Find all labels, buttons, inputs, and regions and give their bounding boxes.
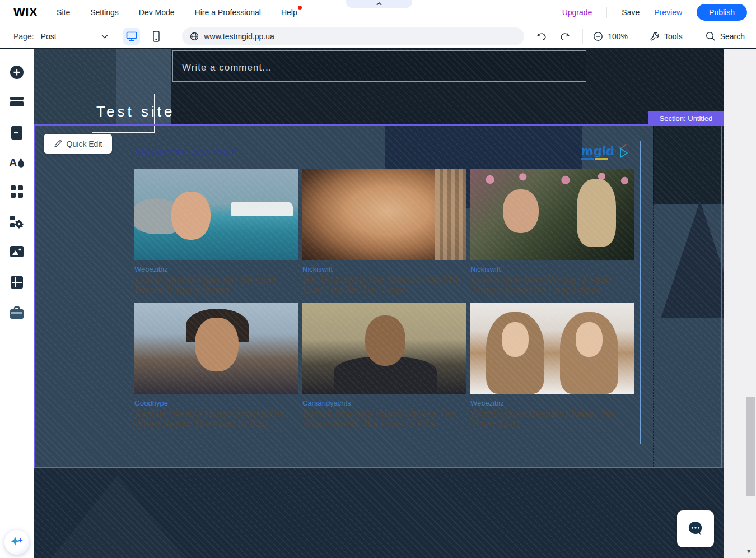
site-url: www.testmgid.pp.ua <box>204 32 274 41</box>
card-title: Did This Iconic Sex Scene Cross The Line… <box>302 275 466 295</box>
card-title: World's Most Beautiful Twins, See Them N… <box>470 409 634 429</box>
device-switch <box>114 28 174 45</box>
site-canvas: Write a comment... Test site PROMOTED CO… <box>34 49 724 558</box>
help-notification-dot <box>298 6 302 10</box>
card-source: Nickiswift <box>470 265 634 273</box>
app-market-button[interactable] <box>10 185 24 198</box>
layout-guide-left <box>105 126 105 467</box>
media-button[interactable] <box>10 245 24 258</box>
editor-toolbar: Page: Post www.testmgid.pp.ua 100% <box>0 25 756 49</box>
pages-menu-button[interactable] <box>10 125 24 140</box>
briefcase-icon <box>10 306 24 319</box>
promoted-card[interactable]: Nickiswift Did This Iconic Sex Scene Cro… <box>302 169 466 295</box>
history-controls <box>524 31 582 41</box>
svg-text:A: A <box>9 156 17 169</box>
mgid-promoted-content-widget[interactable]: PROMOTED CONTENT mgid Webezibiz Last Mom… <box>127 141 641 444</box>
card-image-president <box>302 303 466 394</box>
card-source: Goodhype <box>134 399 298 407</box>
background-patch-right <box>653 126 724 204</box>
background-pyramid-shape <box>50 475 185 558</box>
card-title: Love Scene Gone Wrong: Allison Janney En… <box>470 275 634 295</box>
site-logo-text[interactable]: Test site <box>96 103 175 120</box>
ai-assistant-button[interactable] <box>4 530 29 555</box>
card-source: Webezibiz <box>470 399 634 407</box>
promoted-card[interactable]: Goodhype Kamala Harris's House Shocks Th… <box>134 303 298 429</box>
scroll-down-arrow[interactable]: ▾ <box>747 547 751 555</box>
chat-bubble-icon <box>686 520 705 538</box>
promoted-cards-grid: Webezibiz Last Moments Captured Seconds … <box>134 169 634 429</box>
add-elements-button[interactable] <box>9 64 25 80</box>
image-icon <box>10 245 24 258</box>
page-selector[interactable]: Page: Post <box>13 32 114 41</box>
mgid-check-icon <box>619 143 627 149</box>
pencil-icon <box>54 140 62 148</box>
divider <box>174 29 174 44</box>
menu-dev-mode[interactable]: Dev Mode <box>139 8 175 17</box>
card-image-politician <box>134 303 298 394</box>
publish-button[interactable]: Publish <box>697 4 747 21</box>
mgid-brand-link[interactable]: mgid <box>581 146 630 160</box>
desktop-view-button[interactable] <box>123 28 140 45</box>
save-button[interactable]: Save <box>622 8 640 17</box>
zoom-control[interactable]: 100% <box>583 31 638 41</box>
card-title: Barack Obama's House Shocks The Whole Wo… <box>302 409 466 429</box>
chevron-down-icon <box>101 34 108 39</box>
redo-button[interactable] <box>559 31 570 41</box>
zoom-out-icon <box>593 31 603 41</box>
plus-circle-icon <box>9 64 25 80</box>
monitor-icon <box>126 31 137 41</box>
background-pyramid-shape <box>661 201 724 318</box>
card-image-twins <box>470 303 634 394</box>
card-source: Webezibiz <box>134 265 298 273</box>
redo-icon <box>559 31 570 41</box>
wix-logo[interactable]: WIX <box>13 5 38 20</box>
card-source: Nickiswift <box>302 265 466 273</box>
comment-input[interactable]: Write a comment... <box>172 50 586 82</box>
phone-icon <box>153 31 160 42</box>
card-image-portrait <box>302 169 466 260</box>
chat-widget-button[interactable] <box>677 510 714 547</box>
mgid-logo: mgid <box>581 146 614 157</box>
promoted-content-label: PROMOTED CONTENT <box>135 148 235 157</box>
editor-left-sidebar: A <box>0 49 34 558</box>
page-icon <box>10 125 24 140</box>
caret-up-icon <box>376 2 382 6</box>
divider <box>606 7 607 18</box>
add-apps-button[interactable] <box>10 215 24 230</box>
promoted-card[interactable]: Carsandyachts Barack Obama's House Shock… <box>302 303 466 429</box>
editor-scroll-gutter: ▾ <box>724 49 756 558</box>
promoted-card[interactable]: Webezibiz Last Moments Captured Seconds … <box>134 169 298 295</box>
upgrade-button[interactable]: Upgrade <box>562 8 592 17</box>
tools-button[interactable]: Tools <box>638 31 694 41</box>
menu-settings[interactable]: Settings <box>90 8 119 17</box>
globe-icon <box>190 32 199 41</box>
zoom-level: 100% <box>608 32 628 41</box>
layout-guide-right <box>653 126 654 467</box>
search-button[interactable]: Search <box>694 31 756 41</box>
card-image-event <box>470 169 634 260</box>
add-section-button[interactable] <box>10 96 24 109</box>
quick-edit-label: Quick Edit <box>67 140 102 148</box>
ai-sparkles-icon <box>10 535 24 550</box>
menu-site[interactable]: Site <box>57 8 70 17</box>
undo-button[interactable] <box>536 31 548 41</box>
cms-button[interactable] <box>10 276 24 289</box>
promoted-card[interactable]: Webezibiz World's Most Beautiful Twins, … <box>470 303 634 429</box>
preview-button[interactable]: Preview <box>654 8 682 17</box>
menu-help[interactable]: Help <box>281 8 297 17</box>
scrollbar-thumb[interactable] <box>746 397 755 496</box>
menu-hire-professional[interactable]: Hire a Professional <box>195 8 261 17</box>
wix-editor: WIX Site Settings Dev Mode Hire a Profes… <box>0 0 756 558</box>
card-source: Carsandyachts <box>302 399 466 407</box>
site-url-bar[interactable]: www.testmgid.pp.ua <box>182 27 524 45</box>
quick-edit-button[interactable]: Quick Edit <box>44 134 112 154</box>
topbar-actions: Upgrade Save Preview Publish <box>562 4 747 21</box>
section-badge[interactable]: Section: Untitled <box>648 111 724 126</box>
mobile-view-button[interactable] <box>148 28 165 45</box>
design-letter-a-drop-icon: A <box>8 155 25 169</box>
search-icon <box>706 31 716 41</box>
business-tools-button[interactable] <box>10 306 24 319</box>
site-design-button[interactable]: A <box>8 155 25 169</box>
collapse-panel-tab[interactable] <box>346 0 412 8</box>
promoted-card[interactable]: Nickiswift Love Scene Gone Wrong: Alliso… <box>470 169 634 295</box>
